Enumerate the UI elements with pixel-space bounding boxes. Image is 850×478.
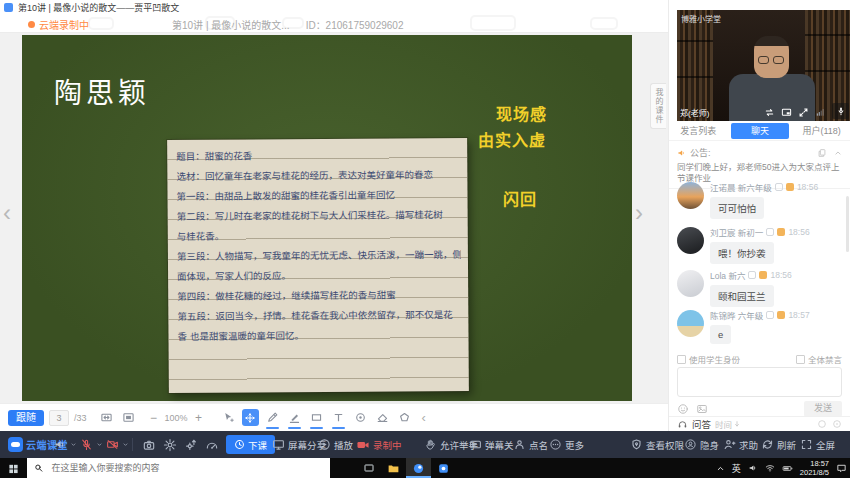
- network-check-button[interactable]: [205, 431, 219, 458]
- glasses-icon: [758, 56, 769, 64]
- marker-icon: [288, 411, 301, 424]
- teacher-mic-button[interactable]: [832, 103, 849, 119]
- swap-video-icon[interactable]: [764, 107, 775, 118]
- tray-expand-icon[interactable]: [716, 464, 725, 473]
- app-icon: [4, 3, 13, 12]
- camera-off-button[interactable]: [106, 431, 129, 458]
- task-view-button[interactable]: [356, 458, 381, 478]
- copy-announcement-icon[interactable]: [817, 148, 827, 158]
- fit-width-button[interactable]: [98, 409, 115, 426]
- chevron-down-icon: [70, 441, 77, 448]
- note-line: 与桂花香。: [177, 225, 461, 247]
- start-button[interactable]: [0, 458, 27, 478]
- pan-tool-button[interactable]: [242, 409, 259, 426]
- grade-badge-icon: [748, 271, 756, 279]
- sender-name: 陈锦晔 六年级: [710, 309, 763, 321]
- roll-call-button[interactable]: 点名: [513, 431, 548, 458]
- toolbar-collapse-button[interactable]: ‹: [422, 410, 426, 425]
- more-button[interactable]: 更多: [549, 431, 584, 458]
- chat-input[interactable]: [677, 367, 842, 397]
- sender-name: 刘卫宸 新初一: [710, 226, 763, 238]
- page-number-input[interactable]: 3: [49, 410, 69, 426]
- emoji-icon[interactable]: [677, 403, 689, 415]
- ask-help-button[interactable]: 求助: [723, 431, 758, 458]
- expand-video-icon[interactable]: [798, 107, 809, 118]
- message-bubble: 喂！你抄袭: [710, 242, 774, 264]
- system-tray: 英 18:57 2021/8/5: [716, 459, 850, 478]
- language-indicator[interactable]: 英: [732, 462, 741, 475]
- taskbar-clock[interactable]: 18:57 2021/8/5: [800, 459, 829, 478]
- refresh-button[interactable]: 刷新: [761, 431, 796, 458]
- text-tool-button[interactable]: [330, 409, 347, 426]
- ask-help-label: 求助: [739, 438, 758, 452]
- end-class-button[interactable]: 下课: [226, 435, 275, 454]
- pen-tool-button[interactable]: [264, 409, 281, 426]
- laser-pointer-button[interactable]: [352, 409, 369, 426]
- zoom-out-button[interactable]: −: [148, 411, 160, 425]
- marker-tool-button[interactable]: [286, 409, 303, 426]
- action-center-icon[interactable]: [836, 463, 847, 474]
- wifi-icon[interactable]: [765, 463, 775, 473]
- shapes-tool-button[interactable]: [396, 409, 413, 426]
- settings-button[interactable]: [163, 431, 177, 458]
- invisible-mode-button[interactable]: 隐身: [684, 431, 719, 458]
- tab-speaker-list[interactable]: 发言列表: [669, 122, 728, 140]
- student-identity-checkbox[interactable]: [677, 355, 686, 364]
- note-line: 第三段：人物描写，写我童年的无忧无虑、快乐活泼，一蹦一跳，侧: [177, 245, 461, 267]
- cloud-classroom-logo-icon: [8, 437, 23, 452]
- chat-scrollbar[interactable]: [846, 196, 849, 252]
- page-total: /33: [74, 413, 87, 423]
- next-slide-arrow[interactable]: ›: [635, 201, 643, 225]
- prev-slide-arrow[interactable]: ‹: [3, 201, 11, 225]
- select-tool-button[interactable]: [220, 409, 237, 426]
- device-settings-button[interactable]: [184, 431, 198, 458]
- text-tool-icon: [332, 411, 345, 424]
- battery-icon[interactable]: [782, 463, 793, 474]
- signal-strength-icon: [815, 107, 826, 118]
- shelf-line: [677, 40, 713, 42]
- speaker-button[interactable]: [54, 431, 77, 458]
- picture-in-picture-icon[interactable]: [781, 107, 792, 118]
- rectangle-icon: [310, 411, 323, 424]
- eraser-icon: [376, 411, 389, 424]
- taskbar-app-classroom-active[interactable]: [406, 458, 431, 478]
- handwritten-notes-photo: 题目：甜蜜的花香 选材：回忆童年在老家与桂花的经历，表达对美好童年的眷恋 第一段…: [167, 138, 469, 393]
- tab-chat[interactable]: 聊天: [731, 123, 790, 139]
- recording-status-button[interactable]: 录制中: [356, 431, 402, 458]
- danmaku-toggle-button[interactable]: 弹幕关: [469, 431, 514, 458]
- taskbar-search[interactable]: [27, 458, 330, 478]
- eraser-tool-button[interactable]: [374, 409, 391, 426]
- session-id: ID：21061759029602: [306, 17, 404, 32]
- classroom-app-icon: [412, 462, 425, 475]
- view-permissions-button[interactable]: 查看权限: [630, 431, 684, 458]
- play-label: 播放: [334, 438, 353, 452]
- send-button[interactable]: 发送: [804, 401, 842, 417]
- medal-badge-icon: [759, 271, 767, 279]
- snapshot-button[interactable]: [142, 431, 156, 458]
- play-media-button[interactable]: 播放: [318, 431, 353, 458]
- follow-button[interactable]: 跟随: [8, 410, 44, 426]
- qa-sort-by-time[interactable]: 时间: [715, 418, 741, 430]
- courseware-panel-tab[interactable]: 我的课件: [650, 83, 666, 129]
- note-line: 第一段：由甜品上散发的甜蜜的桂花香引出童年回忆: [176, 185, 460, 207]
- send-image-icon[interactable]: [696, 403, 708, 415]
- rectangle-tool-button[interactable]: [308, 409, 325, 426]
- folder-icon: [387, 462, 400, 475]
- zoom-in-button[interactable]: +: [193, 411, 205, 425]
- fullscreen-button[interactable]: 全屏: [800, 431, 835, 458]
- session-title: 第10讲 | 最像小说的散文...: [172, 17, 290, 32]
- search-input[interactable]: [49, 462, 323, 474]
- chat-message: 刘卫宸 新初一18:56 喂！你抄袭: [677, 226, 844, 264]
- teacher-video[interactable]: 博雅小学堂 郑(老师): [677, 10, 850, 121]
- taskbar-app-browser[interactable]: [431, 458, 456, 478]
- qa-filter-icon[interactable]: [817, 419, 827, 429]
- fit-page-button[interactable]: [120, 409, 137, 426]
- volume-icon[interactable]: [748, 463, 758, 473]
- qa-settings-icon[interactable]: [832, 419, 842, 429]
- danmaku-screen-icon: [469, 438, 482, 451]
- tab-users[interactable]: 用户(118): [792, 122, 850, 140]
- taskbar-app-folder[interactable]: [381, 458, 406, 478]
- mute-all-checkbox[interactable]: [796, 355, 805, 364]
- collapse-announcement-icon[interactable]: [833, 148, 843, 158]
- mic-muted-button[interactable]: [80, 431, 103, 458]
